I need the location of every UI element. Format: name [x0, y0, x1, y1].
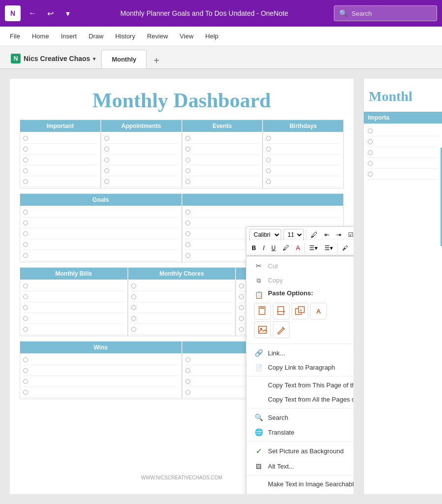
paste-text-only-button[interactable]: A: [310, 303, 327, 319]
set-background-check-icon: ✓: [254, 446, 263, 456]
indent-decrease-button[interactable]: ⇤: [322, 230, 332, 239]
bullet: [239, 284, 244, 288]
bullet: [23, 253, 28, 258]
ctx-make-searchable[interactable]: Make Text in Image Searchable ›: [246, 477, 354, 491]
second-page-section-header: Importa: [364, 112, 442, 124]
add-tab-button[interactable]: +: [148, 53, 164, 68]
italic-button[interactable]: I: [261, 244, 267, 252]
list-item: [266, 155, 340, 165]
paste-default-button[interactable]: [254, 303, 271, 319]
section-header-monthly-bills: Monthly Bills: [20, 268, 127, 280]
ctx-cut[interactable]: ✂ Cut: [246, 258, 354, 273]
paste-linked-button[interactable]: A: [292, 303, 308, 319]
list-item: [368, 136, 438, 147]
list-item: [23, 165, 97, 176]
font-family-select[interactable]: Calibri: [249, 229, 281, 241]
eraser-button[interactable]: 🖋: [340, 244, 351, 252]
bullet: [23, 305, 28, 310]
menu-view[interactable]: View: [175, 30, 199, 43]
bullet: [104, 136, 109, 141]
bullet: [239, 327, 244, 332]
list-item: [23, 228, 178, 239]
menu-home[interactable]: Home: [27, 30, 54, 43]
bullet: [185, 168, 190, 173]
search-box[interactable]: 🔍 Search: [334, 5, 437, 21]
bullet: [104, 158, 109, 162]
ctx-search[interactable]: 🔍 Search: [246, 410, 354, 425]
bullet: [23, 242, 28, 247]
indent-increase-button[interactable]: ⇥: [334, 230, 344, 239]
list-item: [185, 144, 260, 155]
menu-file[interactable]: File: [5, 30, 25, 43]
bullet: [185, 390, 190, 395]
text-highlight-button[interactable]: 🖊: [280, 243, 292, 252]
second-page: Monthl Importa: [363, 79, 442, 494]
toolbar-divider-3: [337, 243, 338, 253]
bullet-list-button[interactable]: ☰▾: [307, 244, 320, 252]
window-title: Monthly Planner Goals and To Dos Undated…: [80, 9, 329, 17]
ctx-set-background-label: Set Picture as Background: [268, 447, 344, 455]
numbered-list-button[interactable]: ☰▾: [322, 244, 335, 252]
tab-monthly[interactable]: Monthly: [101, 50, 147, 68]
list-item: [104, 176, 178, 187]
tab-monthly-label: Monthly: [112, 56, 136, 63]
ctx-set-background[interactable]: ✓ Set Picture as Background: [246, 443, 354, 459]
ctx-cut-label: Cut: [268, 262, 278, 270]
ctx-search-label: Search: [268, 414, 288, 421]
bullet: [368, 161, 373, 166]
underline-button[interactable]: U: [269, 244, 278, 252]
dropdown-button[interactable]: ▾: [61, 6, 75, 20]
section-rows-birthdays: [263, 132, 343, 188]
menu-insert[interactable]: Insert: [56, 30, 82, 43]
section-rows-goals: [20, 206, 181, 262]
menu-history[interactable]: History: [111, 30, 140, 43]
section-birthdays: Birthdays: [263, 120, 344, 189]
ctx-copy-text-page[interactable]: Copy Text from This Page of the Printout: [246, 378, 354, 392]
undo-button[interactable]: ↩: [43, 6, 57, 20]
list-item: [23, 365, 178, 376]
paste-merge-button[interactable]: [273, 303, 290, 319]
font-color-button[interactable]: A: [294, 243, 303, 252]
notebook-name[interactable]: N Nics Creative Chaos ▾: [5, 49, 101, 68]
bullet: [131, 294, 136, 299]
menu-bar: File Home Insert Draw History Review Vie…: [0, 27, 442, 46]
font-size-select[interactable]: 11: [283, 229, 304, 241]
menu-draw[interactable]: Draw: [84, 30, 108, 43]
ctx-copy[interactable]: ⧉ Copy: [246, 273, 354, 287]
ctx-divider-2: [246, 376, 354, 377]
paste-picture-button[interactable]: [254, 321, 271, 338]
ctx-copy-link[interactable]: 📄 Copy Link to Paragraph: [246, 360, 354, 375]
menu-help[interactable]: Help: [201, 30, 224, 43]
bullet: [368, 128, 373, 133]
ctx-copy-text-all[interactable]: Copy Text from All the Pages of the Prin…: [246, 392, 354, 407]
close-toolbar-button[interactable]: ✕: [353, 242, 354, 253]
list-item: [185, 176, 260, 187]
app-logo: N: [5, 5, 21, 21]
checkbox-button[interactable]: ☑: [346, 230, 354, 239]
ctx-link[interactable]: 🔗 Link... (Ctrl+K): [246, 346, 354, 360]
bold-button[interactable]: B: [249, 244, 259, 252]
bullet: [368, 172, 373, 177]
section-rows-appointments: [101, 132, 181, 188]
ctx-translate[interactable]: 🌐 Translate: [246, 425, 354, 440]
paste-edit-button[interactable]: [273, 321, 290, 338]
back-button[interactable]: ←: [26, 6, 39, 20]
list-item: [23, 207, 178, 218]
ctx-make-searchable-label: Make Text in Image Searchable: [268, 480, 354, 488]
list-item: [185, 133, 260, 144]
bullet: [23, 220, 28, 225]
ctx-paste-options: 📋 Paste Options: A A: [246, 287, 354, 342]
notebook-dropdown-icon[interactable]: ▾: [93, 56, 95, 62]
list-item: [131, 281, 233, 291]
list-item: [23, 387, 178, 398]
paste-icons-row: A A: [254, 303, 354, 319]
highlight-button[interactable]: 🖊: [308, 230, 320, 240]
section-monthly-chores: Monthly Chores: [128, 267, 236, 336]
list-item: [23, 218, 178, 228]
paste-icon: 📋: [254, 291, 263, 299]
ctx-table[interactable]: Table ›: [246, 491, 354, 494]
section-header-events: Events: [182, 120, 263, 132]
bullet: [185, 147, 190, 152]
ctx-alt-text[interactable]: 🖼 Alt Text...: [246, 459, 354, 473]
menu-review[interactable]: Review: [142, 30, 173, 43]
